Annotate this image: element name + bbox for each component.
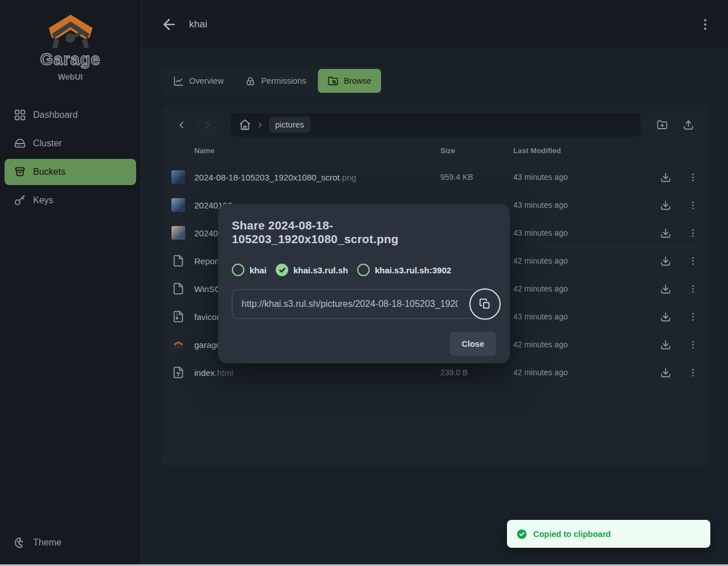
- download-button[interactable]: [657, 308, 674, 325]
- sidebar-item-dashboard[interactable]: Dashboard: [5, 102, 136, 128]
- share-host-option[interactable]: khai.s3.rul.sh:3902: [357, 264, 451, 276]
- folder-search-icon: [328, 76, 338, 87]
- sidebar-nav: Dashboard Cluster Buckets Keys: [0, 102, 141, 214]
- file-modified: 43 minutes ago: [513, 173, 650, 182]
- html-file-icon: [171, 366, 185, 379]
- image-thumbnail-icon: [171, 226, 185, 240]
- image-thumbnail-icon: [171, 198, 185, 212]
- nav-forward-button[interactable]: [197, 114, 218, 136]
- sidebar-item-cluster[interactable]: Cluster: [5, 130, 136, 157]
- page-title: khai: [189, 19, 207, 30]
- download-button[interactable]: [657, 169, 674, 186]
- main-area: khai Overview Permissions: [141, 0, 728, 566]
- buckets-icon: [14, 166, 26, 178]
- toast-message: Copied to clipboard: [533, 530, 611, 539]
- new-folder-button[interactable]: [651, 114, 673, 136]
- sidebar: Garage WebUI Dashboard Cluster Buckets: [0, 0, 141, 566]
- file-size: 959.4 KB: [440, 173, 506, 182]
- download-icon: [660, 200, 671, 211]
- row-menu-button[interactable]: [684, 280, 701, 297]
- chart-icon: [173, 76, 184, 87]
- cluster-icon: [14, 137, 26, 150]
- dashboard-icon: [14, 109, 26, 121]
- kebab-icon: [688, 311, 698, 322]
- sidebar-item-label: Buckets: [33, 167, 66, 177]
- download-button[interactable]: [657, 252, 674, 269]
- bucket-tabs: Overview Permissions Browse: [161, 67, 383, 95]
- radio-icon: [232, 264, 244, 276]
- kebab-icon: [688, 339, 698, 350]
- svg-text:Garage: Garage: [176, 347, 181, 348]
- sidebar-item-label: Dashboard: [33, 110, 77, 120]
- kebab-icon: [688, 256, 698, 266]
- table-row[interactable]: 2024-08-18-105203_1920x1080_scrot.png 95…: [170, 163, 699, 191]
- file-size: 239.0 B: [440, 368, 506, 377]
- image-thumbnail-icon: [171, 170, 185, 184]
- toast-notification: Copied to clipboard: [507, 520, 710, 548]
- download-icon: [660, 256, 671, 266]
- share-host-option[interactable]: khai.s3.rul.sh: [276, 264, 348, 276]
- close-button[interactable]: Close: [450, 332, 497, 356]
- row-menu-button[interactable]: [684, 252, 701, 269]
- share-dialog-title: Share 2024-08-18-105203_1920x1080_scrot.…: [232, 219, 496, 246]
- sidebar-item-buckets[interactable]: Buckets: [5, 159, 136, 185]
- kebab-icon: [688, 367, 698, 378]
- theme-toggle[interactable]: Theme: [5, 530, 71, 556]
- download-icon: [660, 172, 671, 183]
- bucket-menu-button[interactable]: [697, 17, 713, 32]
- download-icon: [660, 311, 671, 322]
- file-modified: 42 minutes ago: [513, 256, 650, 265]
- copy-icon: [479, 298, 491, 310]
- tab-label: Browse: [343, 76, 371, 85]
- share-host-option[interactable]: khai: [232, 264, 267, 276]
- file-name: index.html: [194, 368, 433, 378]
- keys-icon: [14, 194, 26, 207]
- home-icon[interactable]: [239, 118, 251, 131]
- upload-icon: [683, 120, 694, 130]
- sidebar-item-label: Cluster: [33, 138, 62, 149]
- file-modified: 43 minutes ago: [513, 200, 650, 210]
- row-menu-button[interactable]: [684, 364, 701, 381]
- download-button[interactable]: [657, 196, 674, 214]
- upload-button[interactable]: [677, 114, 699, 136]
- kebab-icon: [688, 200, 698, 211]
- tab-browse[interactable]: Browse: [318, 69, 381, 93]
- download-button[interactable]: [657, 224, 674, 241]
- row-menu-button[interactable]: [684, 224, 701, 241]
- file-modified: 42 minutes ago: [513, 368, 650, 377]
- chevron-right-icon: [256, 121, 264, 129]
- download-button[interactable]: [657, 336, 674, 353]
- sidebar-item-keys[interactable]: Keys: [5, 187, 136, 214]
- row-menu-button[interactable]: [684, 169, 701, 186]
- file-modified: 42 minutes ago: [513, 284, 650, 293]
- share-url-input[interactable]: [232, 289, 486, 319]
- column-header-modified: Last Modified: [513, 146, 650, 155]
- nav-back-button[interactable]: [170, 114, 192, 136]
- copy-url-button[interactable]: [469, 289, 501, 320]
- share-host-options: khai khai.s3.rul.sh khai.s3.rul.sh:3902: [232, 264, 496, 276]
- row-menu-button[interactable]: [684, 196, 701, 214]
- garage-logo-icon: [47, 14, 95, 49]
- kebab-icon: [688, 284, 698, 294]
- download-button[interactable]: [657, 280, 674, 297]
- chevron-left-icon: [176, 120, 187, 130]
- app-name: Garage: [40, 50, 101, 69]
- column-header-size: Size: [440, 146, 506, 155]
- row-menu-button[interactable]: [684, 308, 701, 325]
- breadcrumb-folder-pictures[interactable]: pictures: [269, 117, 310, 133]
- file-modified: 43 minutes ago: [513, 312, 650, 321]
- download-icon: [660, 367, 671, 378]
- browser-toolbar: pictures: [170, 113, 699, 137]
- sidebar-item-label: Keys: [33, 195, 54, 206]
- tab-permissions[interactable]: Permissions: [235, 69, 316, 93]
- app-subtitle: WebUI: [58, 72, 83, 81]
- page-header: khai: [141, 0, 728, 48]
- file-name: 2024-08-18-105203_1920x1080_scrot.png: [194, 173, 433, 182]
- lock-icon: [245, 76, 256, 87]
- row-menu-button[interactable]: [684, 336, 701, 353]
- back-button[interactable]: [161, 16, 178, 33]
- tab-overview[interactable]: Overview: [163, 69, 233, 93]
- radio-icon: [276, 264, 288, 276]
- download-button[interactable]: [657, 364, 674, 381]
- theme-label: Theme: [33, 538, 62, 548]
